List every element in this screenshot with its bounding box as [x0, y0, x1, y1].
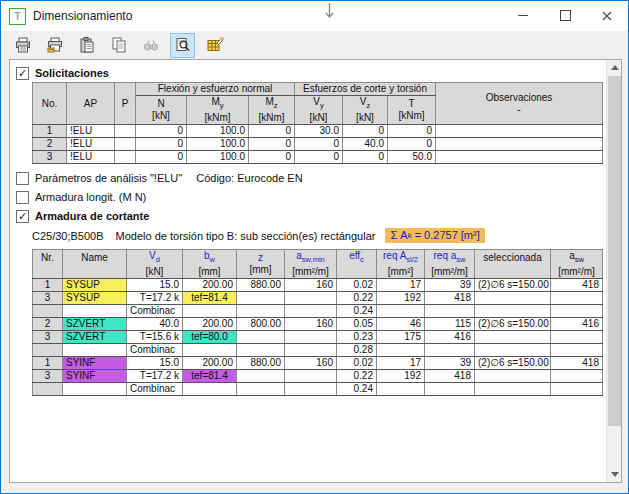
cell-z: [237, 305, 285, 318]
title-bar[interactable]: T Dimensionamiento: [1, 1, 628, 31]
cell-my: 100.0: [187, 138, 249, 151]
cell-asw: [551, 331, 603, 344]
armadura-longit-checkbox[interactable]: [16, 191, 29, 204]
cell-name: SYINF: [63, 370, 127, 383]
cell-mz: 0: [249, 151, 295, 164]
cell-sel: [475, 305, 551, 318]
torsion-model-label: Modelo de torsión tipo B: sub sección(es…: [116, 230, 376, 242]
cell-aswmin: 160: [285, 357, 337, 370]
cell-effc: 0.05: [337, 318, 377, 331]
scrollbar-thumb[interactable]: [608, 76, 621, 426]
col-header-vy: Vy[kN]: [295, 96, 343, 125]
cell-reqasl: 46: [377, 318, 425, 331]
cell-vy: 30.0: [295, 125, 343, 138]
cell-reqasw: [425, 383, 475, 396]
cell-sel: [475, 344, 551, 357]
mouse-cursor-icon: [323, 2, 336, 24]
col-header-mz: Mz[kNm]: [249, 96, 295, 125]
cell-ap: !ELU: [67, 125, 115, 138]
cell-vz: 0: [343, 125, 388, 138]
print-icon[interactable]: [10, 33, 35, 58]
report-panel: ✓ Solicitaciones No.APPFlexión y esfuerz…: [9, 59, 622, 483]
table-row: 1!ELU0100.0030.000: [33, 125, 603, 138]
edit-table-icon[interactable]: [202, 33, 227, 58]
maximize-button[interactable]: [544, 1, 586, 30]
cell-sel: [475, 383, 551, 396]
cell-asw: [551, 383, 603, 396]
cell-asw: 416: [551, 318, 603, 331]
cortante-info-row: C25/30;B500B Modelo de torsión tipo B: s…: [32, 227, 621, 244]
cell-z: [237, 292, 285, 305]
cell-bw: tef=80.0: [183, 331, 237, 344]
print-preview-icon[interactable]: [42, 33, 67, 58]
armadura-cortante-checkbox[interactable]: ✓: [16, 210, 29, 223]
cell-bw: tef=81.4: [183, 292, 237, 305]
vertical-scrollbar[interactable]: [606, 60, 621, 482]
paste-icon[interactable]: [74, 33, 99, 58]
cell-asw: 418: [551, 279, 603, 292]
scroll-up-icon[interactable]: [607, 60, 622, 75]
cell-mz: 0: [249, 138, 295, 151]
cell-effc: 0.24: [337, 305, 377, 318]
col-header-nr: Nr.: [33, 250, 63, 279]
cell-reqasl: 17: [377, 357, 425, 370]
cell-my: 100.0: [187, 125, 249, 138]
cell-vd: T=17.2 k: [127, 292, 183, 305]
solicitaciones-checkbox[interactable]: ✓: [16, 67, 29, 80]
cell-p: [115, 151, 136, 164]
cell-nr: [33, 344, 63, 357]
cell-asw: [551, 370, 603, 383]
col-header-t: T[kNm]: [388, 96, 436, 125]
cell-effc: 0.22: [337, 370, 377, 383]
cell-vd: T=15.6 k: [127, 331, 183, 344]
cell-z: [237, 344, 285, 357]
cell-ap: !ELU: [67, 151, 115, 164]
cell-reqasw: 416: [425, 331, 475, 344]
close-button[interactable]: [586, 1, 628, 30]
col-header-my: My[kNm]: [187, 96, 249, 125]
table-row: 2SZVERT40.0200.00800.001600.0546115(2)∅6…: [33, 318, 603, 331]
cell-name: SYINF: [63, 357, 127, 370]
cell-nr: 3: [33, 370, 63, 383]
dialog-window: T Dimensionamiento: [0, 0, 629, 494]
cell-reqasw: 418: [425, 370, 475, 383]
cell-name: SZVERT: [63, 318, 127, 331]
cell-sel: (2)∅6 s=150.00: [475, 279, 551, 292]
cell-reqasw: 39: [425, 279, 475, 292]
cell-t: 0: [388, 138, 436, 151]
cell-bw: 200.00: [183, 318, 237, 331]
col-header-reqasw: req asw[mm²/m]: [425, 250, 475, 279]
cell-reqasl: 17: [377, 279, 425, 292]
col-header-z: z[mm]: [237, 250, 285, 279]
cell-vy: 0: [295, 138, 343, 151]
armadura-longit-label: Armadura longit. (M N): [35, 191, 146, 203]
cell-sel: [475, 292, 551, 305]
cell-p: [115, 125, 136, 138]
cell-aswmin: 160: [285, 318, 337, 331]
col-header-vz: Vz[kN]: [343, 96, 388, 125]
solicitaciones-table: No.APPFlexión y esfuerzo normalEsfuerzos…: [32, 82, 603, 164]
cell-obs: [436, 151, 603, 164]
cell-nr: [33, 383, 63, 396]
cell-name: [63, 305, 127, 318]
parametros-checkbox[interactable]: [16, 172, 29, 185]
minimize-button[interactable]: [502, 1, 544, 30]
cell-mz: 0: [249, 125, 295, 138]
table-row: 1SYSUP15.0200.00880.001600.021739(2)∅6 s…: [33, 279, 603, 292]
zoom-icon[interactable]: [170, 33, 195, 58]
table-row: 3SYSUPT=17.2 ktef=81.40.22192418: [33, 292, 603, 305]
col-header-vd: Vd[kN]: [127, 250, 183, 279]
cell-asw: [551, 292, 603, 305]
find-icon: [138, 33, 163, 58]
armadura-cortante-label: Armadura de cortante: [35, 210, 149, 222]
cell-aswmin: [285, 370, 337, 383]
cell-nr: 3: [33, 331, 63, 344]
scroll-down-icon[interactable]: [607, 467, 622, 482]
col-header-p: P: [115, 83, 136, 125]
cell-reqasw: 115: [425, 318, 475, 331]
cell-bw: [183, 305, 237, 318]
cell-effc: 0.24: [337, 383, 377, 396]
cell-effc: 0.02: [337, 357, 377, 370]
copy-icon[interactable]: [106, 33, 131, 58]
col-header-asw: asw[mm²/m]: [551, 250, 603, 279]
